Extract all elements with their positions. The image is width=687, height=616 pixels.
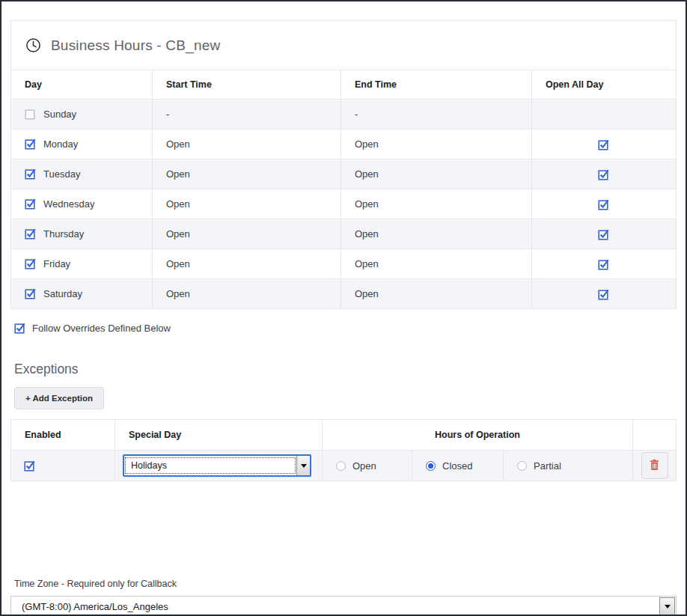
open-all-day-checkbox[interactable] xyxy=(598,259,610,270)
day-label: Wednesday xyxy=(43,198,94,210)
day-checkbox-checked[interactable] xyxy=(25,138,37,150)
follow-overrides-checkbox[interactable] xyxy=(14,323,26,334)
end-time-value: Open xyxy=(341,189,532,219)
trash-icon xyxy=(649,459,660,473)
day-checkbox-checked[interactable] xyxy=(25,288,37,299)
exceptions-header-row: Enabled Special Day Hours of Operation xyxy=(11,420,677,451)
table-row-monday: Monday Open Open xyxy=(11,129,677,159)
exceptions-table: Enabled Special Day Hours of Operation H… xyxy=(10,419,677,481)
start-time-value: Open xyxy=(153,159,341,189)
open-all-day-checkbox[interactable] xyxy=(598,139,610,150)
col-start-time: Start Time xyxy=(153,70,341,100)
end-time-value: - xyxy=(341,100,532,129)
open-all-day-checkbox[interactable] xyxy=(598,199,610,210)
col-hours-of-operation: Hours of Operation xyxy=(323,420,633,451)
day-label: Friday xyxy=(43,258,70,269)
page-title: Business Hours - CB_new xyxy=(51,37,220,54)
table-row-friday: Friday Open Open xyxy=(11,249,677,279)
table-row-sunday: Sunday - - xyxy=(11,100,677,129)
exceptions-heading: Exceptions xyxy=(14,362,677,377)
end-time-value: Open xyxy=(341,279,532,309)
clock-icon xyxy=(25,37,41,53)
start-time-value: Open xyxy=(153,189,341,219)
exception-enabled-checkbox[interactable] xyxy=(24,460,36,472)
start-time-value: Open xyxy=(153,129,341,159)
end-time-value: Open xyxy=(341,159,532,189)
day-checkbox-checked[interactable] xyxy=(25,228,37,240)
start-time-value: Open xyxy=(153,219,341,249)
business-hours-table: Day Start Time End Time Open All Day Sun… xyxy=(10,70,677,309)
radio-label: Partial xyxy=(534,460,561,472)
timezone-section: Time Zone - Required only for Callback (… xyxy=(10,579,677,616)
follow-overrides-row[interactable]: Follow Overrides Defined Below xyxy=(14,323,171,334)
open-all-day-cell xyxy=(532,100,677,129)
dropdown-arrow-icon[interactable] xyxy=(296,456,310,475)
hours-option-open[interactable]: Open xyxy=(336,460,412,472)
delete-exception-button[interactable] xyxy=(641,452,668,479)
col-day: Day xyxy=(11,70,153,100)
end-time-value: Open xyxy=(341,219,532,249)
day-checkbox-checked[interactable] xyxy=(25,198,37,210)
day-checkbox-checked[interactable] xyxy=(25,258,37,269)
day-label: Saturday xyxy=(43,288,82,299)
hours-option-closed[interactable]: Closed xyxy=(426,460,503,472)
special-day-selected-value: Holidays xyxy=(124,456,296,475)
open-all-day-checkbox[interactable] xyxy=(598,169,610,180)
dropdown-arrow-icon[interactable] xyxy=(659,597,675,615)
timezone-selected-value: (GMT-8:00) America/Los_Angeles xyxy=(11,601,659,612)
start-time-value: Open xyxy=(153,279,341,309)
open-all-day-checkbox[interactable] xyxy=(598,229,610,240)
day-checkbox-unchecked[interactable] xyxy=(25,109,37,120)
exception-row: Holidays Open Closed xyxy=(11,451,677,481)
col-special-day: Special Day xyxy=(115,420,323,451)
radio-unselected-icon[interactable] xyxy=(517,461,527,471)
day-label: Sunday xyxy=(43,109,76,120)
col-enabled: Enabled xyxy=(11,420,115,451)
timezone-select[interactable]: (GMT-8:00) America/Los_Angeles xyxy=(10,596,677,616)
start-time-value: Open xyxy=(153,249,341,279)
radio-label: Open xyxy=(352,460,376,472)
day-label: Tuesday xyxy=(43,168,80,180)
day-label: Thursday xyxy=(43,228,84,240)
follow-overrides-label: Follow Overrides Defined Below xyxy=(32,323,171,334)
timezone-label: Time Zone - Required only for Callback xyxy=(14,579,677,589)
end-time-value: Open xyxy=(341,129,532,159)
table-row-saturday: Saturday Open Open xyxy=(11,279,677,309)
day-checkbox-checked[interactable] xyxy=(25,168,37,180)
radio-unselected-icon[interactable] xyxy=(336,461,346,471)
table-row-thursday: Thursday Open Open xyxy=(11,219,677,249)
open-all-day-checkbox[interactable] xyxy=(598,289,610,300)
radio-label: Closed xyxy=(442,460,472,472)
col-open-all-day: Open All Day xyxy=(532,70,677,100)
col-actions xyxy=(633,420,677,451)
radio-selected-icon[interactable] xyxy=(426,461,436,471)
end-time-value: Open xyxy=(341,249,532,279)
table-row-tuesday: Tuesday Open Open xyxy=(11,159,677,189)
table-row-wednesday: Wednesday Open Open xyxy=(11,189,677,219)
day-label: Monday xyxy=(43,138,78,150)
hours-option-partial[interactable]: Partial xyxy=(517,460,632,472)
table-header-row: Day Start Time End Time Open All Day xyxy=(11,70,677,100)
business-hours-page: Business Hours - CB_new Day Start Time E… xyxy=(1,1,686,616)
col-end-time: End Time xyxy=(341,70,532,100)
special-day-select[interactable]: Holidays xyxy=(123,454,311,477)
card-header: Business Hours - CB_new xyxy=(10,20,677,70)
add-exception-button[interactable]: + Add Exception xyxy=(14,387,104,409)
start-time-value: - xyxy=(153,100,341,129)
